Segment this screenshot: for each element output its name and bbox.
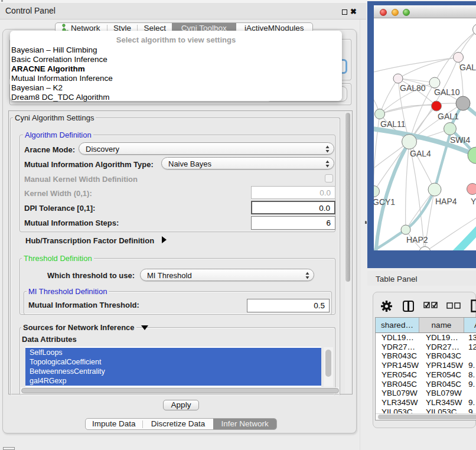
svg-text:GAL7: GAL7 [459, 63, 476, 72]
svg-text:GAL80: GAL80 [400, 83, 426, 93]
svg-text:HAP4: HAP4 [435, 197, 457, 206]
svg-text:GCY1: GCY1 [374, 197, 395, 207]
svg-text:HAP2: HAP2 [406, 235, 428, 244]
svg-text:GAL10: GAL10 [434, 87, 460, 97]
svg-text:GAL11: GAL11 [380, 119, 406, 129]
svg-text:SWI4: SWI4 [450, 135, 470, 145]
svg-text:YJ: YJ [471, 197, 476, 206]
svg-text:GAL4: GAL4 [410, 149, 431, 158]
svg-text:GAL1: GAL1 [438, 112, 459, 121]
